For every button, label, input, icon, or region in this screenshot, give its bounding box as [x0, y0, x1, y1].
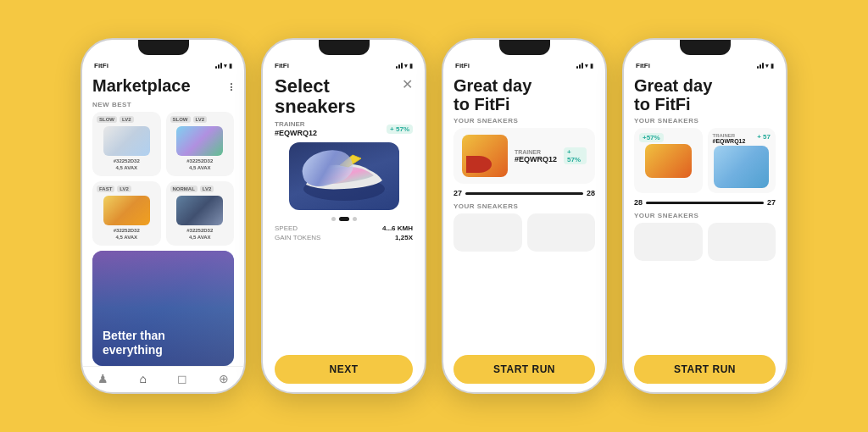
dual-sneaker-card-left[interactable]: +57%	[634, 128, 703, 193]
phone-1-brand: FitFi	[94, 62, 108, 69]
great-day-line1-4: Great day	[634, 76, 776, 95]
sneaker-card-3[interactable]: FAST LV2 #32252D324,5 AVAX	[92, 181, 161, 246]
phone3-wifi-icon: ▾	[585, 63, 588, 69]
phone-4-status-bar: FitFi ▾ ▮	[624, 55, 786, 71]
nav-cart-icon[interactable]: ⊕	[219, 372, 229, 385]
promo-line1: Better than	[103, 329, 165, 343]
big-sneaker-img	[289, 142, 399, 210]
promo-text: Better than everything	[103, 329, 165, 357]
nav-home-icon[interactable]: ⌂	[140, 372, 147, 385]
range-bar-3	[465, 192, 583, 195]
sneaker-info-1: #32252D324,5 AVAX	[114, 158, 140, 172]
great-day-line2-4: to FitFi	[634, 95, 776, 114]
sneaker-slot-4-2[interactable]	[708, 223, 776, 261]
start-run-button-3[interactable]: START RUN	[453, 355, 595, 384]
phone-1-notch	[138, 40, 189, 55]
sneaker-info-4: #32252D324,5 AVAX	[186, 227, 213, 241]
run-card-gain-3: + 57%	[564, 147, 587, 164]
great-day-title-4: Great day to FitFi	[634, 76, 776, 114]
trainer-info-right: TRAINER #EQWRQ12	[713, 133, 746, 144]
phone-4-brand: FitFi	[636, 62, 650, 69]
start-run-button-4[interactable]: START RUN	[634, 355, 776, 384]
trainer-badge-row: TRAINER #EQWRQ12 + 57%	[275, 120, 413, 137]
spec-speed-value: 4...6 KMH	[382, 224, 413, 232]
dot-3	[353, 217, 357, 221]
range-start-3: 27	[453, 189, 462, 197]
sneakers-row-4	[634, 223, 776, 261]
sneaker-slot-3-2[interactable]	[527, 213, 596, 252]
range-end-3: 28	[587, 189, 595, 197]
badge-lv2-2: LV2	[193, 116, 208, 123]
badge-fast-3: FAST	[97, 186, 114, 192]
phone-2-brand: FitFi	[275, 62, 289, 69]
trainer-id: #EQWRQ12	[275, 129, 317, 137]
run-card-trainer-3: TRAINER	[515, 149, 557, 155]
select-title: Select sneakers	[275, 76, 355, 117]
sneaker-img-left	[645, 144, 692, 178]
trainer-label: TRAINER	[275, 120, 317, 128]
run-card-id-3: #EQWRQ12	[515, 155, 557, 163]
range-row-4: 28 27	[634, 198, 776, 207]
trainer-gain-row: TRAINER #EQWRQ12 + 57	[713, 133, 771, 144]
sneaker-card-4[interactable]: NORMAL LV2 #32252D324,5 AVAX	[166, 181, 235, 246]
sneaker-img-1	[103, 126, 150, 156]
your-sneakers-label-4-2: YOUR SNEAKERS	[634, 212, 776, 219]
select-title-line1: Select	[275, 76, 355, 97]
sneaker-img-right	[714, 146, 769, 188]
filter-icon[interactable]: ⫶	[228, 80, 234, 93]
badges-1: SLOW LV2	[97, 116, 157, 123]
run-card-info-3: TRAINER #EQWRQ12	[515, 149, 557, 163]
gain-badge-left: +57%	[639, 133, 664, 142]
dual-sneaker-card-right[interactable]: TRAINER #EQWRQ12 + 57	[708, 128, 776, 193]
close-button[interactable]: ✕	[402, 76, 413, 92]
phone-1-screen: FitFi ▾ ▮ Marketplace ⫶ NEW BEST SLOW	[82, 40, 244, 392]
great-day-line2: to FitFi	[453, 95, 595, 114]
gain-badge: + 57%	[387, 125, 413, 134]
gain-badge-right: + 57	[757, 133, 771, 144]
trainer-id-right: #EQWRQ12	[713, 138, 746, 144]
phone-2-screen: FitFi ▾ ▮ Select sneakers ✕ TRA	[263, 40, 425, 392]
sneakers-grid: SLOW LV2 #32252D324,5 AVAX SLOW LV2 #322…	[92, 112, 234, 246]
phone-4-content: Great day to FitFi YOUR SNEAKERS +57% TR…	[624, 71, 786, 392]
spec-gain-value: 1,25X	[395, 234, 413, 241]
great-day-line1: Great day	[453, 76, 595, 95]
next-button[interactable]: NEXT	[275, 355, 413, 384]
sneaker-slot-3-1[interactable]	[453, 213, 522, 252]
sneaker-img-2	[176, 126, 223, 156]
badge-lv2-4: LV2	[200, 186, 214, 192]
badges-3: FAST LV2	[97, 186, 157, 192]
phone-3-brand: FitFi	[455, 62, 470, 69]
sneaker-slot-4-1[interactable]	[634, 223, 703, 261]
your-sneakers-label-1: YOUR SNEAKERS	[453, 117, 595, 125]
marketplace-header: Marketplace ⫶	[92, 76, 234, 96]
promo-line2: everything	[103, 343, 165, 357]
promo-banner[interactable]: Better than everything	[92, 251, 234, 366]
badge-slow-2: SLOW	[170, 116, 191, 123]
nav-bag-icon[interactable]: ◻	[177, 372, 187, 385]
phone-1-status-icons: ▾ ▮	[215, 63, 232, 69]
dot-1	[331, 217, 336, 221]
phone-2: FitFi ▾ ▮ Select sneakers ✕ TRA	[261, 38, 426, 394]
sneaker-card-2[interactable]: SLOW LV2 #32252D324,5 AVAX	[166, 112, 235, 176]
phone2-wifi-icon: ▾	[404, 63, 408, 69]
your-sneakers-label-3-2: YOUR SNEAKERS	[453, 202, 595, 210]
your-sneakers-label-4: YOUR SNEAKERS	[634, 117, 776, 125]
sneaker-info-3: #32252D324,5 AVAX	[114, 227, 140, 241]
sneaker-svg	[293, 147, 395, 206]
wifi-icon: ▾	[224, 63, 227, 69]
phone2-battery-icon: ▮	[409, 63, 413, 69]
nav-person-icon[interactable]: ♟	[97, 372, 108, 385]
range-bar-4	[646, 202, 764, 204]
select-header: Select sneakers ✕	[275, 76, 413, 117]
phone-2-notch	[319, 40, 370, 55]
select-title-line2: sneakers	[275, 97, 355, 117]
phones-container: FitFi ▾ ▮ Marketplace ⫶ NEW BEST SLOW	[64, 21, 804, 411]
range-row-3: 27 28	[453, 189, 595, 197]
new-best-label: NEW BEST	[92, 101, 234, 108]
your-sneakers-section-4: YOUR SNEAKERS	[634, 212, 776, 261]
phone-3-status-icons: ▾ ▮	[576, 63, 593, 69]
sneaker-card-1[interactable]: SLOW LV2 #32252D324,5 AVAX	[92, 112, 161, 176]
phone-4-notch	[680, 40, 731, 55]
run-card-3: TRAINER #EQWRQ12 + 57%	[453, 128, 595, 184]
dots-indicator	[275, 217, 413, 221]
